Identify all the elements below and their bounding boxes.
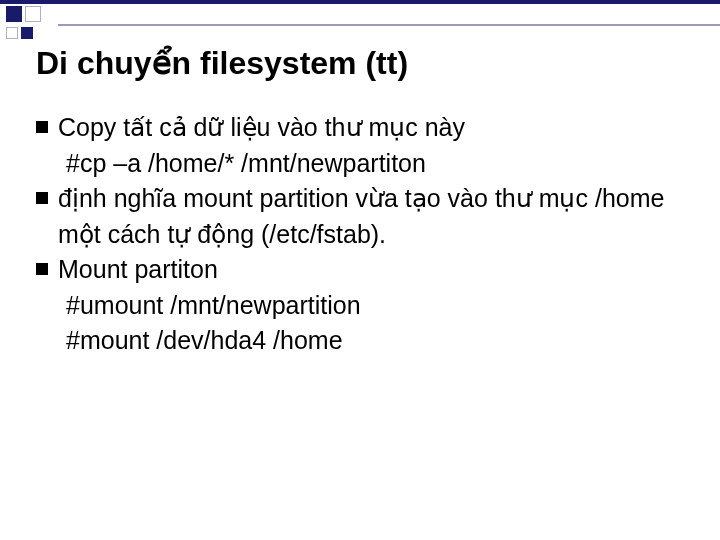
list-item: định nghĩa mount partition vừa tạo vào t… — [36, 181, 690, 252]
slide-corner-decoration — [6, 6, 54, 39]
bullet-icon — [36, 263, 48, 275]
list-item-text: Mount partiton — [58, 252, 690, 288]
list-item: Mount partiton — [36, 252, 690, 288]
bullet-icon — [36, 192, 48, 204]
list-subline: #umount /mnt/newpartition — [36, 288, 690, 324]
square-icon — [21, 27, 33, 39]
list-subline: #mount /dev/hda4 /home — [36, 323, 690, 359]
square-icon — [6, 27, 18, 39]
header-rule — [58, 24, 720, 26]
list-subline: #cp –a /home/* /mnt/newpartiton — [36, 146, 690, 182]
list-item-text: định nghĩa mount partition vừa tạo vào t… — [58, 181, 690, 252]
slide-body: Copy tất cả dữ liệu vào thư mục này #cp … — [36, 110, 690, 359]
bullet-icon — [36, 121, 48, 133]
square-icon — [6, 6, 22, 22]
list-item-text: Copy tất cả dữ liệu vào thư mục này — [58, 110, 690, 146]
square-icon — [25, 6, 41, 22]
slide-title: Di chuyển filesystem (tt) — [36, 44, 408, 82]
list-item: Copy tất cả dữ liệu vào thư mục này — [36, 110, 690, 146]
slide-header-strip — [0, 0, 720, 22]
